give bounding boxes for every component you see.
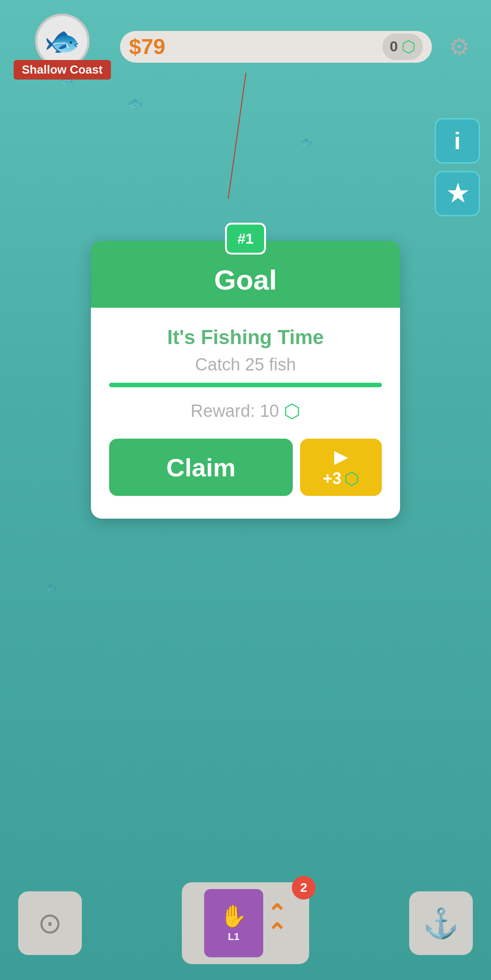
- bg-fish-4: 🐟: [45, 582, 57, 593]
- info-button[interactable]: i: [435, 118, 480, 164]
- gem-container: 0 ⬡: [382, 34, 423, 60]
- notification-badge: 2: [292, 876, 316, 900]
- compass-icon: ⊙: [38, 906, 62, 940]
- anchor-button[interactable]: ⚓: [409, 891, 473, 955]
- goal-number-badge: #1: [225, 223, 266, 255]
- goal-description: Catch 25 fish: [109, 355, 382, 375]
- ad-gem-icon: ⬡: [344, 469, 359, 489]
- gem-icon: ⬡: [401, 37, 416, 56]
- card-slot[interactable]: ✋ L1 ⌃ ⌃ 2: [182, 882, 309, 964]
- info-icon: i: [454, 127, 461, 155]
- location-badge: 🐟 Shallow Coast: [14, 14, 111, 80]
- location-label: Shallow Coast: [14, 60, 111, 80]
- reward-gem-icon: ⬡: [284, 400, 301, 422]
- header: 🐟 Shallow Coast $79 0 ⬡ ⚙: [0, 14, 491, 80]
- ad-bonus-label: +3: [323, 469, 341, 488]
- goal-card-body: It's Fishing Time Catch 25 fish Reward: …: [91, 308, 400, 519]
- bg-fish-1: 🐟: [127, 95, 143, 110]
- chevron-up-icon-2: ⌃: [267, 923, 287, 942]
- card-level-label: L1: [228, 931, 240, 943]
- bottom-bar: ⊙ ✋ L1 ⌃ ⌃ 2 ⚓: [0, 880, 491, 980]
- money-bar: $79 0 ⬡: [120, 31, 432, 63]
- goal-card-title: Goal: [214, 264, 277, 295]
- ad-reward-button[interactable]: ▶ +3 ⬡: [300, 439, 382, 496]
- goal-card: Goal It's Fishing Time Catch 25 fish Rew…: [91, 241, 400, 519]
- card-inner: ✋ L1: [204, 889, 263, 957]
- bg-fish-2: 🐟: [300, 136, 312, 148]
- settings-icon: ⚙: [449, 33, 470, 60]
- star-icon: ★: [447, 180, 468, 207]
- ad-play-icon: ▶: [334, 446, 348, 467]
- claim-button[interactable]: Claim: [109, 439, 293, 496]
- money-amount: $79: [129, 34, 165, 59]
- fish-avatar-icon: 🐟: [44, 24, 80, 58]
- gem-count: 0: [390, 38, 398, 55]
- goal-number: #1: [237, 230, 254, 247]
- anchor-icon: ⚓: [423, 906, 459, 940]
- reward-label: Reward: 10: [190, 401, 279, 421]
- progress-bar: [109, 383, 382, 387]
- card-hand-icon: ✋: [220, 904, 247, 929]
- goal-subtitle: It's Fishing Time: [109, 326, 382, 349]
- reward-row: Reward: 10 ⬡: [109, 400, 382, 422]
- settings-button[interactable]: ⚙: [441, 29, 477, 65]
- chevron-area: ⌃ ⌃: [267, 904, 287, 942]
- compass-button[interactable]: ⊙: [18, 891, 82, 955]
- right-buttons: i ★: [435, 118, 480, 216]
- achievements-button[interactable]: ★: [435, 171, 480, 216]
- action-buttons: Claim ▶ +3 ⬡: [109, 439, 382, 496]
